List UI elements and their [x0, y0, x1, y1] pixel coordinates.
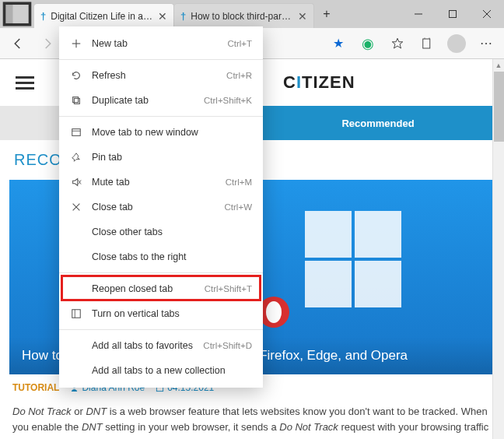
ctx-label: Pin tab — [92, 152, 243, 163]
tab-2[interactable]: † How to block third-party cookies… ✕ — [174, 3, 314, 28]
close-window-button[interactable] — [470, 0, 504, 28]
favorite-icon[interactable]: ★ — [325, 30, 352, 57]
hamburger-icon[interactable] — [16, 76, 34, 90]
ctx-duplicate-tab[interactable]: Duplicate tabCtrl+Shift+K — [59, 88, 263, 113]
svg-rect-22 — [72, 310, 81, 318]
ctx-shortcut: Ctrl+M — [226, 177, 252, 187]
windows-logo-icon — [305, 211, 401, 307]
svg-rect-15 — [74, 98, 79, 104]
ctx-move-tab-to-new-window[interactable]: Move tab to new window — [59, 120, 263, 145]
ctx-shortcut: Ctrl+Shift+K — [204, 96, 252, 105]
ctx-label: Close tabs to the right — [92, 251, 243, 262]
category-tag[interactable]: TUTORIAL — [12, 382, 59, 393]
new-tab-button[interactable]: + — [314, 0, 339, 28]
profile-button[interactable] — [443, 30, 470, 57]
plus-icon — [70, 38, 82, 49]
opera-logo-icon — [258, 297, 289, 328]
favorites-icon[interactable] — [384, 30, 411, 57]
ctx-label: Move tab to new window — [92, 127, 243, 138]
ctx-close-tab[interactable]: Close tabCtrl+W — [59, 195, 263, 220]
tab-1[interactable]: † Digital Citizen Life in a digital wo… … — [34, 3, 174, 28]
back-button[interactable] — [5, 30, 31, 57]
ctx-label: New tab — [92, 38, 218, 49]
window-controls — [401, 0, 504, 28]
ctx-pin-tab[interactable]: Pin tab — [59, 145, 263, 170]
close-icon[interactable]: ✕ — [158, 10, 167, 23]
ctx-label: Close tab — [92, 202, 215, 212]
svg-rect-3 — [450, 11, 457, 18]
window-icon — [70, 127, 82, 138]
ctx-shortcut: Ctrl+W — [225, 202, 252, 212]
titlebar: † Digital Citizen Life in a digital wo… … — [0, 0, 504, 28]
ctx-label: Mute tab — [92, 177, 216, 188]
ctx-new-tab[interactable]: New tabCtrl+T — [59, 31, 263, 56]
close-icon — [70, 202, 82, 212]
close-icon[interactable]: ✕ — [298, 10, 307, 23]
mute-icon — [70, 177, 82, 188]
vertical-scrollbar[interactable]: ▲ — [492, 59, 504, 439]
vertical-icon — [70, 308, 82, 319]
pin-icon — [70, 152, 82, 163]
ctx-mute-tab[interactable]: Mute tabCtrl+M — [59, 170, 263, 195]
extension-icon[interactable]: ◉ — [355, 30, 381, 57]
ctx-shortcut: Ctrl+T — [227, 39, 252, 48]
minimize-button[interactable] — [401, 0, 436, 28]
ctx-label: Duplicate tab — [92, 95, 194, 106]
duplicate-icon — [70, 95, 82, 106]
ctx-label: Reopen closed tab — [92, 283, 195, 294]
ctx-label: Turn on vertical tabs — [92, 308, 243, 319]
ctx-shortcut: Ctrl+Shift+D — [203, 341, 252, 350]
site-favicon-icon: † — [180, 10, 186, 22]
svg-rect-14 — [73, 97, 79, 103]
ctx-label: Add all tabs to a new collection — [92, 365, 243, 376]
scrollbar-thumb[interactable] — [494, 72, 504, 142]
article-excerpt: Do Not Track or DNT is a web browser fea… — [0, 401, 504, 439]
tab-title: How to block third-party cookies… — [191, 11, 293, 22]
ctx-close-other-tabs[interactable]: Close other tabs — [59, 220, 263, 244]
ctx-label: Close other tabs — [92, 227, 243, 237]
collections-icon[interactable] — [414, 30, 440, 57]
tab-actions-button[interactable] — [0, 0, 34, 28]
forward-button[interactable] — [34, 30, 61, 57]
ctx-close-tabs-to-the-right[interactable]: Close tabs to the right — [59, 244, 263, 269]
ctx-add-all-tabs-to-a-new-collection[interactable]: Add all tabs to a new collection — [59, 358, 263, 383]
tab-title: Digital Citizen Life in a digital wo… — [51, 11, 153, 22]
ctx-shortcut: Ctrl+R — [226, 71, 252, 80]
ctx-add-all-tabs-to-favorites[interactable]: Add all tabs to favoritesCtrl+Shift+D — [59, 333, 263, 358]
site-logo[interactable]: CITIZEN — [283, 72, 355, 93]
ctx-label: Refresh — [92, 70, 217, 81]
tab-context-menu: New tabCtrl+TRefreshCtrl+RDuplicate tabC… — [59, 26, 263, 388]
ctx-reopen-closed-tab[interactable]: Reopen closed tabCtrl+Shift+T — [59, 276, 263, 301]
ctx-refresh[interactable]: RefreshCtrl+R — [59, 63, 263, 88]
svg-rect-6 — [423, 39, 430, 48]
site-favicon-icon: † — [40, 10, 46, 22]
ctx-shortcut: Ctrl+Shift+T — [205, 284, 252, 293]
scroll-up-button[interactable]: ▲ — [493, 59, 504, 72]
svg-rect-1 — [5, 3, 13, 25]
recommended-tab[interactable]: Recommended — [252, 106, 504, 140]
ctx-label: Add all tabs to favorites — [92, 340, 194, 351]
menu-button[interactable]: ⋯ — [473, 30, 499, 57]
refresh-icon — [70, 70, 82, 81]
svg-rect-16 — [72, 129, 81, 136]
ctx-turn-on-vertical-tabs[interactable]: Turn on vertical tabs — [59, 301, 263, 326]
maximize-button[interactable] — [436, 0, 470, 28]
